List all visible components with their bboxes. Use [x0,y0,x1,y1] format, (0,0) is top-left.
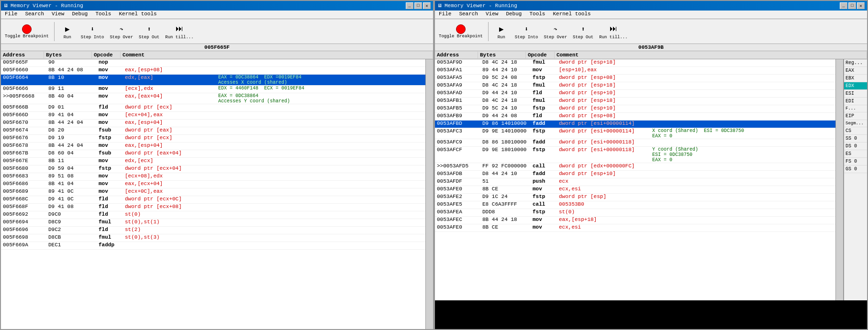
table-row[interactable]: 0053AF9DD8 4C 24 18fmuldword ptr [esp+18… [435,59,835,67]
reg-edx[interactable]: EDX [844,82,867,90]
right-step-out-btn[interactable]: ⬆ Step Out [571,22,595,41]
right-maximize-btn[interactable]: □ [848,2,856,9]
reg-fs[interactable]: FS 0 [844,158,867,165]
reg-es[interactable]: ES [844,150,867,158]
table-row[interactable]: 0053AFA189 44 24 10mov[esp+10],eax [435,67,835,75]
table-row[interactable]: 0053AFDF51pushecx [435,178,835,186]
right-run-btn[interactable]: ▶ Run [492,22,511,41]
left-step-out-btn[interactable]: ⬆ Step Out [137,22,161,41]
table-row[interactable]: 0053AFB1D8 4C 24 18fmuldword ptr [esp+18… [435,98,835,105]
table-row[interactable]: 005F6674D8 20fsubdword ptr [eax] [1,127,425,135]
cell-opcode: mov [531,224,557,230]
right-run-till-btn[interactable]: ⏭ Run till... [597,22,629,41]
reg-eax[interactable]: EAX [844,67,867,75]
right-menu-file[interactable]: File [435,11,455,19]
right-step-over-btn[interactable]: ↷ Step Over [542,22,569,41]
left-run-till-btn[interactable]: ⏭ Run till... [163,22,195,41]
left-step-out-icon: ⬆ [144,23,155,35]
table-row[interactable]: 005F666689 11mov[ecx],edxEDX = 4460F148 … [1,86,425,93]
right-col-comment: Comment [555,52,867,58]
left-minimize-btn[interactable]: _ [406,2,413,9]
reg-ds[interactable]: DS 0 [844,143,867,150]
table-row[interactable]: 005F668389 51 08mov[ecx+08],edx [1,173,425,181]
left-menu-kernel[interactable]: Kernel tools [115,11,160,19]
table-row[interactable]: 005F665F90nop [1,59,425,67]
right-menu-kernel[interactable]: Kernel tools [549,11,594,19]
table-row[interactable]: 0053AFB5D9 5C 24 10fstpdword ptr [esp+10… [435,105,835,113]
table-row[interactable]: 0053AFA5D9 5C 24 08fstpdword ptr [esp+08… [435,75,835,82]
right-close-btn[interactable]: ✕ [857,2,865,9]
table-row[interactable]: 005F6680D9 59 04fstpdword ptr [ecx+04] [1,165,425,173]
left-menu-search[interactable]: Search [21,11,48,19]
table-row[interactable]: 0053AFEADDD8fstpst(0) [435,209,835,217]
table-row[interactable]: 0053AFE08B CEmovecx,esi [435,186,835,194]
table-row[interactable]: 005F6698D8CBfmulst(0),st(3) [1,234,425,242]
table-row[interactable]: 005F667E8B 11movedx,[ecx] [1,158,425,165]
reg-esi[interactable]: ESI [844,90,867,98]
left-menu-file[interactable]: File [1,11,21,19]
reg-f[interactable]: F... [844,105,867,112]
cell-opcode: fld [97,227,123,232]
cell-bytes: 89 44 24 10 [480,67,531,73]
table-row[interactable]: 005F6696D9C2fldst(2) [1,227,425,234]
table-row[interactable]: 0053AFE5E8 C6A3FFFFcall005353B0 [435,201,835,209]
left-maximize-btn[interactable]: □ [414,2,422,9]
table-row[interactable]: 0053AFA9D8 4C 24 18fmuldword ptr [esp+18… [435,82,835,90]
left-run-btn[interactable]: ▶ Run [58,22,77,41]
table-row[interactable]: 0053AFE08B CEmovecx,esi [435,224,835,232]
table-row[interactable]: 005F669ADEC1faddp [1,242,425,250]
cell-address: 0053AFDB [435,171,480,176]
reg-cs[interactable]: CS [844,127,867,135]
left-code-list[interactable]: 005F665F90nop005F66608B 44 24 08moveax,[… [1,59,425,329]
table-row[interactable]: 0053AFCFD9 9E 18010000fstpdword ptr [esi… [435,147,835,163]
reg-ss[interactable]: SS 0 [844,135,867,143]
left-close-btn[interactable]: ✕ [423,2,431,9]
table-row[interactable]: 0053AFE2D9 1C 24fstpdword ptr [esp] [435,194,835,201]
table-row[interactable]: >>005F66688B 40 04moveax,[eax+04]EAX = 0… [1,93,425,104]
right-toggle-breakpoint-btn[interactable]: Toggle Breakpoint [437,23,485,40]
table-row[interactable]: 005F6676D9 19fstpdword ptr [ecx] [1,135,425,143]
left-menu-view[interactable]: View [48,11,68,19]
table-row[interactable]: 0053AFADD9 44 24 10flddword ptr [esp+10] [435,90,835,98]
table-row[interactable]: 005F668FD9 41 08flddword ptr [ecx+08] [1,204,425,211]
table-row[interactable]: 0053AFBDD9 86 14010000fadddword ptr [esi… [435,121,835,128]
left-menu-tools[interactable]: Tools [91,11,115,19]
table-row[interactable]: 005F66608B 44 24 08moveax,[esp+08] [1,67,425,75]
table-row[interactable]: 005F668CD9 41 0Cflddword ptr [ecx+0C] [1,196,425,204]
table-row[interactable]: 0053AFEC8B 44 24 18moveax,[esp+18] [435,217,835,224]
table-row[interactable]: 0053AFB9D9 44 24 08flddword ptr [esp+08] [435,113,835,121]
left-step-into-btn[interactable]: ⬇ Step Into [79,22,106,41]
left-menu-debug[interactable]: Debug [68,11,91,19]
table-row[interactable]: 005F666BD9 01flddword ptr [ecx] [1,104,425,112]
table-row[interactable]: >>0053AFD5FF 92 FC000000calldword ptr [e… [435,163,835,171]
right-minimize-btn[interactable]: _ [840,2,847,9]
reg-ebx[interactable]: EBX [844,75,867,82]
left-step-over-btn[interactable]: ↷ Step Over [108,22,135,41]
table-row[interactable]: 005F66868B 41 04moveax,[ecx+04] [1,181,425,188]
table-row[interactable]: 005F666D89 41 04mov[ecx+04],eax [1,112,425,120]
right-menu-view[interactable]: View [482,11,502,19]
table-row[interactable]: 005F667BD8 60 04fsubdword ptr [eax+04] [1,150,425,158]
right-scrollbar[interactable] [835,59,843,300]
table-row[interactable]: 005F66708B 44 24 04moveax,[esp+04] [1,120,425,127]
left-scrollbar[interactable] [425,59,433,329]
reg-eip[interactable]: EIP [844,112,867,120]
right-menu-search[interactable]: Search [455,11,482,19]
table-row[interactable]: 0053AFC3D9 9E 14010000fstpdword ptr [esi… [435,128,835,139]
table-row[interactable]: 005F6694D8C9fmulst(0),st(1) [1,219,425,227]
left-toggle-breakpoint-btn[interactable]: Toggle Breakpoint [3,23,51,40]
table-row[interactable]: 005F66788B 44 24 04moveax,[esp+04] [1,143,425,150]
cell-address: 005F6692 [1,211,46,217]
table-row[interactable]: 005F6692D9C0fldst(0) [1,211,425,219]
right-menu-tools[interactable]: Tools [525,11,549,19]
right-code-list[interactable]: 0053AF9DD8 4C 24 18fmuldword ptr [esp+18… [435,59,835,300]
reg-edi[interactable]: EDI [844,98,867,105]
right-step-into-btn[interactable]: ⬇ Step Into [513,22,540,41]
table-row[interactable]: 005F668989 41 0Cmov[ecx+0C],eax [1,188,425,196]
table-row[interactable]: 0053AFDBD8 44 24 10fadddword ptr [esp+10… [435,171,835,178]
table-row[interactable]: 0053AFC9D8 86 18010000fadddword ptr [esi… [435,139,835,147]
table-row[interactable]: 005F66648B 10movedx,[eax]EAX = 0DC38864 … [1,75,425,86]
reg-gs[interactable]: GS 0 [844,165,867,173]
right-col-bytes: Bytes [478,52,526,58]
right-menu-debug[interactable]: Debug [502,11,525,19]
